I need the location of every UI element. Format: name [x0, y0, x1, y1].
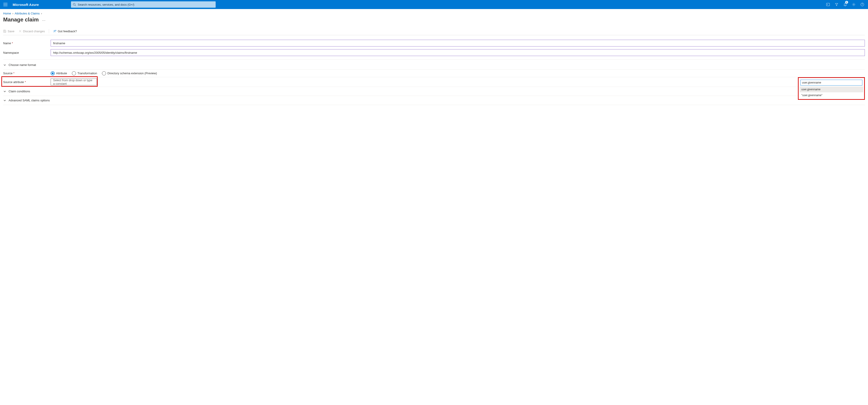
feedback-button[interactable]: Got feedback?	[53, 30, 77, 33]
dropdown-option[interactable]: "user.givenname"	[800, 92, 863, 98]
radio-transformation-label: Transformation	[77, 72, 97, 75]
dropdown-filter-input[interactable]: user.givenname	[800, 80, 862, 86]
choose-name-format-expander[interactable]: Choose name format	[3, 61, 865, 70]
choose-name-format-label: Choose name format	[8, 63, 36, 67]
save-label: Save	[8, 30, 14, 33]
breadcrumb-sep: ›	[12, 12, 13, 15]
source-radio-transformation[interactable]: Transformation	[72, 71, 97, 75]
source-attribute-dropdown: user.givenname user.givenname "user.give…	[798, 77, 865, 100]
radio-selected-icon	[51, 71, 55, 75]
more-actions-button[interactable]: …	[42, 18, 45, 22]
claim-conditions-label: Claim conditions	[8, 90, 30, 93]
namespace-label: Namespace	[3, 51, 51, 55]
source-radio-attribute[interactable]: Attribute	[51, 71, 67, 75]
page-title: Manage claim	[3, 16, 39, 23]
name-label: Name	[3, 41, 51, 45]
svg-point-0	[73, 3, 75, 5]
gear-icon	[852, 3, 856, 6]
notification-badge: 6	[845, 1, 848, 4]
radio-directory-label: Directory schema extension (Preview)	[107, 72, 157, 75]
breadcrumb-home[interactable]: Home	[3, 12, 11, 15]
dropdown-filter-value: user.givenname	[802, 81, 821, 84]
help-icon	[861, 3, 864, 6]
save-button[interactable]: Save	[3, 30, 14, 33]
radio-icon	[72, 71, 76, 75]
command-bar: Save Discard changes Got feedback?	[3, 29, 865, 35]
source-label: Source	[3, 72, 51, 75]
cloud-shell-button[interactable]	[824, 0, 832, 9]
save-icon	[3, 30, 6, 33]
search-icon	[73, 3, 76, 6]
global-search[interactable]: Search resources, services, and docs (G+…	[71, 1, 216, 8]
discard-button[interactable]: Discard changes	[19, 30, 45, 33]
chevron-down-icon	[3, 90, 6, 93]
cloud-shell-icon	[826, 3, 830, 6]
radio-attribute-label: Attribute	[56, 72, 67, 75]
breadcrumb: Home › Attributes & Claims ›	[3, 12, 865, 15]
chevron-down-icon	[3, 99, 6, 102]
breadcrumb-sep: ›	[41, 12, 42, 15]
source-radio-directory[interactable]: Directory schema extension (Preview)	[102, 71, 157, 75]
help-button[interactable]	[859, 0, 866, 9]
toolbar-divider	[49, 29, 49, 33]
source-attribute-select[interactable]: Select from drop down or type a constant	[51, 78, 97, 85]
advanced-saml-expander[interactable]: Advanced SAML claims options	[3, 96, 865, 105]
svg-rect-1	[827, 3, 830, 6]
svg-point-2	[853, 4, 855, 5]
search-placeholder: Search resources, services, and docs (G+…	[78, 3, 134, 6]
filter-button[interactable]	[833, 0, 840, 9]
breadcrumb-attributes-claims[interactable]: Attributes & Claims	[15, 12, 40, 15]
dropdown-option[interactable]: user.givenname	[800, 87, 863, 92]
namespace-input[interactable]	[51, 49, 865, 56]
source-attribute-placeholder: Select from drop down or type a constant	[53, 78, 94, 85]
discard-label: Discard changes	[23, 30, 45, 33]
brand-label[interactable]: Microsoft Azure	[11, 3, 42, 6]
settings-button[interactable]	[850, 0, 858, 9]
svg-point-4	[54, 30, 55, 31]
advanced-saml-label: Advanced SAML claims options	[8, 99, 50, 102]
hamburger-icon	[3, 3, 7, 6]
top-bar: Microsoft Azure Search resources, servic…	[0, 0, 868, 9]
radio-icon	[102, 71, 106, 75]
top-right-icons: 6	[824, 0, 866, 9]
chevron-down-icon	[3, 63, 6, 67]
notifications-button[interactable]: 6	[841, 0, 849, 9]
hamburger-menu[interactable]	[2, 3, 9, 6]
name-input[interactable]	[51, 40, 865, 46]
feedback-label: Got feedback?	[58, 30, 77, 33]
claim-conditions-expander[interactable]: Claim conditions	[3, 87, 865, 96]
person-feedback-icon	[53, 30, 56, 33]
close-icon	[19, 30, 22, 33]
filter-icon	[835, 3, 838, 6]
source-attribute-label: Source attribute	[3, 80, 51, 84]
